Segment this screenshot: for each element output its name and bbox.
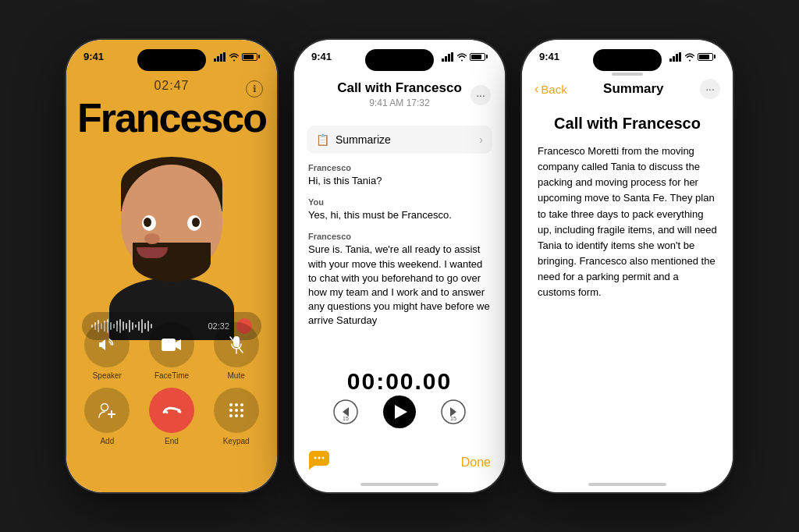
phones-container: 9:41 [43,16,756,516]
svg-point-10 [229,403,233,406]
forward-button[interactable]: 15 [439,398,467,426]
wifi-icon [229,52,239,62]
memoji-avatar [101,149,242,313]
summary-title: Summary [603,81,663,97]
status-icons-1 [214,52,260,62]
rewind-icon: 15 [332,399,359,425]
status-time-3: 9:41 [539,51,559,62]
battery-icon-3 [698,53,716,61]
rewind-button[interactable]: 15 [332,398,360,426]
svg-point-30 [322,457,325,459]
speaker-svg [98,335,116,354]
svg-rect-20 [445,56,447,62]
mute-label: Mute [228,371,245,380]
call-controls: Speaker FaceTime [79,322,265,445]
home-indicator-3 [588,483,666,486]
dynamic-island-2 [365,49,434,71]
summary-nav: ‹ Back Summary ··· [522,79,733,99]
phone-summary: 9:41 [522,40,733,492]
end-button[interactable]: End [144,388,201,445]
back-label: Back [541,83,566,96]
mute-button[interactable]: Mute [208,322,265,380]
svg-rect-4 [162,339,176,351]
message-block-1: Francesco Hi, is this Tania? [308,163,491,188]
add-svg [97,400,117,420]
end-call-icon [149,388,194,433]
svg-text:15: 15 [343,416,349,421]
status-time-1: 9:41 [83,51,104,62]
summarize-icon: 📋 [316,133,329,146]
facetime-icon [149,322,194,367]
svg-rect-3 [223,52,225,62]
svg-point-15 [240,409,243,412]
chat-svg [308,450,330,470]
transcript-subtitle: 9:41 AM 17:32 [325,98,474,108]
facetime-label: FaceTime [154,371,189,380]
wifi-icon-2 [457,52,467,62]
summarize-chevron-icon: › [479,133,483,146]
battery-icon [242,53,260,61]
back-button[interactable]: ‹ Back [534,82,567,96]
forward-icon: 15 [440,399,467,425]
facetime-button[interactable]: FaceTime [144,322,201,380]
speaker-1: Francesco [308,163,491,172]
add-button[interactable]: Add [79,388,136,445]
signal-icon-3 [669,52,682,62]
speaker-3: Francesco [308,232,491,241]
speaker-label: Speaker [93,371,122,380]
signal-icon [214,52,226,62]
transcript-footer: Done [308,450,491,475]
chat-icon[interactable] [308,450,330,475]
message-block-3: Francesco Sure is. Tania, we're all read… [308,232,491,328]
signal-icon-2 [442,52,454,62]
svg-point-7 [101,404,108,411]
keypad-button[interactable]: Keypad [208,388,265,445]
svg-rect-0 [214,59,216,62]
speaker-button[interactable]: Speaker [79,322,136,380]
done-button[interactable]: Done [461,456,491,470]
message-text-2: Yes, hi, this must be Francesco. [308,208,491,222]
end-label: End [165,437,179,445]
keypad-label: Keypad [223,437,250,445]
add-icon [84,388,130,433]
summarize-label: Summarize [336,133,473,146]
phone-transcript: 9:41 [294,40,505,492]
svg-point-13 [229,409,233,412]
playback-controls: 15 15 [294,395,505,428]
drag-handle [612,73,643,76]
status-time-2: 9:41 [311,51,332,62]
phone-active-call: 9:41 [66,40,277,492]
summary-content: Call with Francesco Francesco Moretti fr… [522,108,733,300]
dynamic-island [137,49,206,71]
message-text-3: Sure is. Tania, we're all ready to assis… [308,243,491,328]
home-indicator [360,483,439,486]
svg-rect-34 [679,52,681,62]
status-icons-3 [669,52,716,62]
svg-rect-2 [220,54,222,62]
svg-point-16 [229,414,233,417]
svg-point-29 [318,457,321,459]
summary-call-title: Call with Francesco [538,108,717,133]
back-chevron-icon: ‹ [534,82,538,96]
summarize-row[interactable]: 📋 Summarize › [307,126,492,154]
wifi-icon-3 [685,52,694,62]
message-text-1: Hi, is this Tania? [308,174,491,188]
caller-name: Francesco [66,94,277,141]
play-button[interactable] [383,395,416,428]
more-options-button[interactable]: ··· [471,85,491,105]
svg-point-11 [235,403,238,406]
message-block-2: You Yes, hi, this must be Francesco. [308,197,491,222]
speaker-2: You [308,197,491,207]
add-label: Add [100,437,114,445]
mute-svg [229,335,244,354]
keypad-svg [228,402,245,419]
svg-rect-1 [217,56,219,62]
svg-rect-22 [451,52,453,62]
summary-more-button[interactable]: ··· [700,79,720,99]
call-timer: 02:47 [66,79,277,93]
dynamic-island-3 [593,49,662,71]
svg-rect-33 [676,54,678,62]
transcript-title: Call with Francesco [325,80,474,96]
facetime-svg [162,337,182,353]
mute-icon [214,322,259,367]
